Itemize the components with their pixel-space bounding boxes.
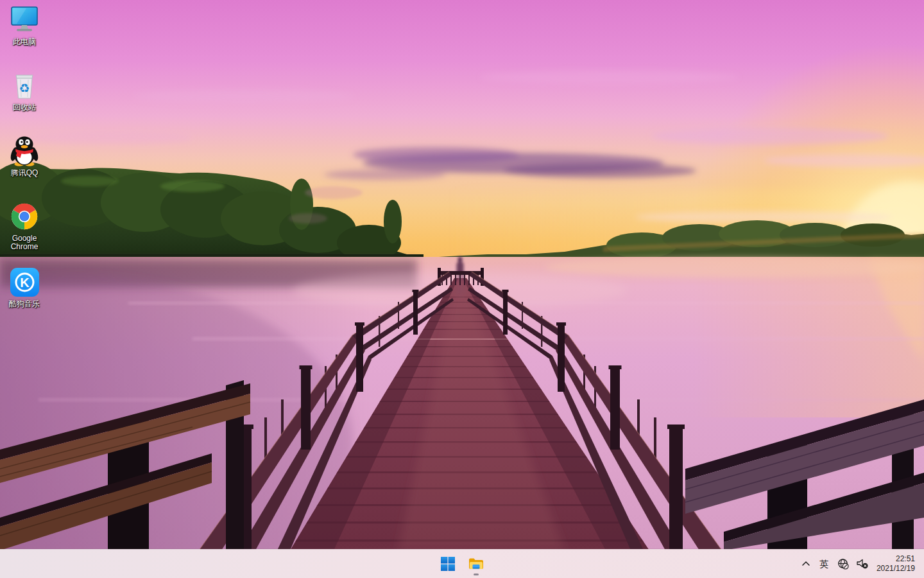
chrome-icon bbox=[10, 202, 39, 231]
desktop-icon-recycle-bin[interactable]: ♻ 回收站 bbox=[1, 68, 48, 113]
clock-date: 2021/12/19 bbox=[877, 564, 915, 574]
desktop[interactable]: 此电脑 ♻ 回收站 bbox=[0, 0, 924, 578]
chevron-up-icon bbox=[801, 560, 810, 567]
globe-no-internet-icon bbox=[837, 558, 849, 570]
kugou-music-icon: K bbox=[10, 268, 39, 297]
start-button[interactable] bbox=[435, 551, 461, 577]
windows-logo-icon bbox=[441, 557, 455, 571]
system-tray: 英 22:51 bbox=[797, 549, 924, 578]
quick-settings-button[interactable] bbox=[833, 552, 873, 576]
clock-button[interactable]: 22:51 2021/12/19 bbox=[873, 552, 916, 576]
tray-overflow-button[interactable] bbox=[797, 552, 815, 576]
desktop-icon-qq[interactable]: 腾讯QQ bbox=[1, 134, 48, 179]
svg-text:K: K bbox=[20, 276, 30, 290]
file-explorer-icon bbox=[468, 557, 484, 571]
file-explorer-button[interactable] bbox=[463, 551, 489, 577]
desktop-icon-label: Google Chrome bbox=[2, 234, 47, 251]
recycle-bin-icon: ♻ bbox=[10, 71, 39, 100]
this-pc-icon bbox=[8, 6, 40, 34]
desktop-icon-chrome[interactable]: Google Chrome bbox=[1, 199, 48, 252]
volume-muted-icon bbox=[856, 558, 868, 569]
desktop-icon-label: 此电脑 bbox=[13, 38, 36, 46]
desktop-icon-this-pc[interactable]: 此电脑 bbox=[1, 3, 48, 48]
qq-icon bbox=[10, 136, 39, 166]
desktop-icon-kugou[interactable]: K 酷狗音乐 bbox=[1, 265, 48, 310]
ime-language-button[interactable]: 英 bbox=[815, 552, 833, 576]
svg-text:♻: ♻ bbox=[19, 81, 30, 95]
desktop-icon-label: 回收站 bbox=[13, 103, 36, 112]
running-indicator bbox=[474, 574, 479, 575]
clock-time: 22:51 bbox=[877, 554, 915, 564]
desktop-icon-label: 酷狗音乐 bbox=[9, 300, 40, 308]
wallpaper-image bbox=[0, 0, 924, 549]
taskbar-center-icons bbox=[435, 549, 489, 578]
ime-language-label: 英 bbox=[819, 559, 828, 568]
taskbar: 英 22:51 bbox=[0, 549, 924, 578]
desktop-icon-label: 腾讯QQ bbox=[11, 169, 38, 177]
